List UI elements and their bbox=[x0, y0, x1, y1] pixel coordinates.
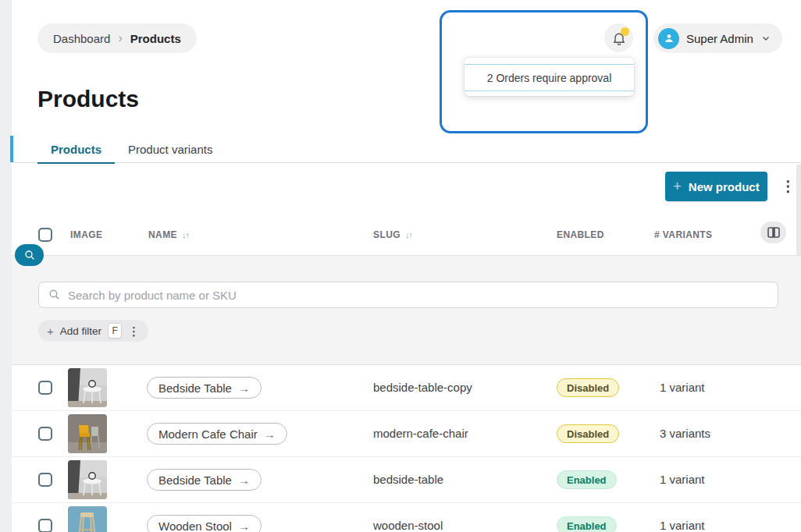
breadcrumb-dashboard[interactable]: Dashboard bbox=[53, 32, 110, 45]
tab-product-variants[interactable]: Product variants bbox=[115, 135, 226, 163]
product-table-body: Bedside Table → bedside-table-copy Disab… bbox=[12, 365, 801, 532]
columns-icon bbox=[767, 227, 780, 238]
search-icon bbox=[23, 249, 36, 261]
table-row: Bedside Table → bedside-table Enabled 1 … bbox=[12, 457, 801, 503]
row-checkbox[interactable] bbox=[38, 519, 52, 532]
search-input[interactable] bbox=[38, 282, 778, 308]
table-row: Wooden Stool → wooden-stool Enabled 1 va… bbox=[12, 503, 801, 532]
chevron-down-icon bbox=[760, 33, 771, 44]
product-name-link[interactable]: Modern Cafe Chair → bbox=[147, 423, 287, 445]
tab-bar: Products Product variants bbox=[12, 135, 801, 163]
arrow-right-icon: → bbox=[238, 520, 250, 532]
filter-panel: + Add filter F ⋮ bbox=[12, 255, 801, 365]
sort-icon[interactable]: ↓↑ bbox=[182, 230, 189, 239]
arrow-right-icon: → bbox=[238, 381, 250, 395]
status-badge: Disabled bbox=[557, 424, 619, 443]
collapsed-sidebar-rail bbox=[0, 0, 12, 532]
avatar bbox=[658, 28, 679, 49]
product-name-link[interactable]: Wooden Stool → bbox=[147, 515, 262, 532]
product-name-link[interactable]: Bedside Table → bbox=[147, 469, 262, 491]
row-checkbox[interactable] bbox=[38, 473, 52, 487]
product-name-link[interactable]: Bedside Table → bbox=[147, 377, 262, 399]
variant-count: 1 variant bbox=[660, 473, 705, 486]
search-icon bbox=[48, 288, 61, 301]
chevron-right-icon: › bbox=[118, 31, 122, 45]
product-slug: modern-cafe-chair bbox=[373, 427, 468, 440]
add-filter-button[interactable]: + Add filter F ⋮ bbox=[38, 320, 148, 342]
notifications-popup: 2 Orders require approval bbox=[465, 58, 634, 96]
column-header-enabled: ENABLED bbox=[557, 229, 604, 240]
table-row: Bedside Table → bedside-table-copy Disab… bbox=[12, 365, 801, 411]
column-header-name[interactable]: NAME ↓↑ bbox=[148, 229, 189, 240]
status-badge: Enabled bbox=[557, 516, 617, 532]
notification-dot bbox=[621, 27, 629, 36]
status-badge: Disabled bbox=[557, 378, 619, 397]
keyboard-shortcut-badge: F bbox=[108, 323, 122, 339]
table-row: Modern Cafe Chair → modern-cafe-chair Di… bbox=[12, 411, 801, 457]
breadcrumb[interactable]: Dashboard › Products bbox=[37, 23, 197, 53]
arrow-right-icon: → bbox=[238, 473, 250, 487]
product-slug: wooden-stool bbox=[373, 519, 443, 532]
row-checkbox[interactable] bbox=[38, 427, 52, 441]
product-image bbox=[68, 368, 107, 407]
sort-icon[interactable]: ↓↑ bbox=[405, 230, 412, 239]
product-slug: bedside-table bbox=[373, 473, 443, 486]
tab-products[interactable]: Products bbox=[37, 135, 115, 163]
column-settings-button[interactable] bbox=[760, 222, 786, 243]
column-header-image: IMAGE bbox=[70, 229, 102, 240]
plus-icon: + bbox=[673, 179, 682, 195]
status-badge: Enabled bbox=[557, 470, 617, 489]
new-product-button[interactable]: + New product bbox=[665, 172, 767, 201]
row-checkbox[interactable] bbox=[38, 381, 52, 395]
product-slug: bedside-table-copy bbox=[373, 381, 472, 394]
arrow-right-icon: → bbox=[264, 427, 276, 441]
select-all-checkbox[interactable] bbox=[38, 228, 52, 242]
product-image bbox=[68, 506, 107, 532]
new-product-label: New product bbox=[689, 180, 760, 193]
notifications-button[interactable] bbox=[604, 23, 633, 52]
column-header-variants: # VARIANTS bbox=[654, 229, 712, 240]
table-actions-menu-button[interactable]: ⋮ bbox=[781, 179, 796, 193]
page-title: Products bbox=[37, 86, 139, 112]
variant-count: 1 variant bbox=[660, 519, 705, 532]
product-image bbox=[68, 460, 107, 499]
plus-icon: + bbox=[47, 325, 54, 338]
breadcrumb-current: Products bbox=[130, 32, 181, 45]
add-filter-label: Add filter bbox=[60, 325, 101, 337]
user-name: Super Admin bbox=[686, 32, 753, 45]
user-menu[interactable]: Super Admin bbox=[653, 23, 782, 53]
column-header-slug[interactable]: SLUG ↓↑ bbox=[373, 229, 412, 240]
variant-count: 3 variants bbox=[660, 427, 710, 440]
search-toggle-button[interactable] bbox=[15, 244, 44, 266]
variant-count: 1 variant bbox=[660, 381, 705, 394]
filter-menu-button[interactable]: ⋮ bbox=[128, 325, 140, 337]
product-image bbox=[68, 414, 107, 453]
search-field-wrap bbox=[38, 282, 778, 308]
notification-item[interactable]: 2 Orders require approval bbox=[465, 65, 634, 90]
